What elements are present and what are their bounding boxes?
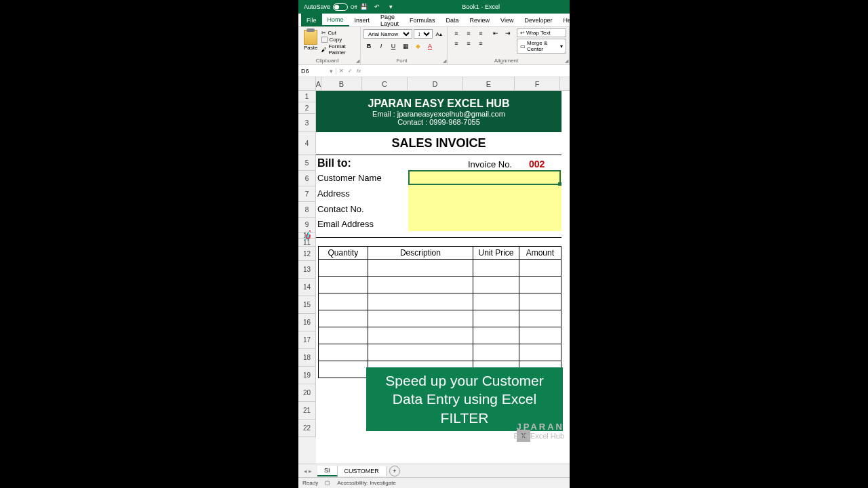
- sheet-tab-customer[interactable]: CUSTOMER: [338, 466, 387, 476]
- row-22[interactable]: 22: [298, 420, 316, 437]
- copy-button[interactable]: Copy: [321, 37, 357, 43]
- window-title: Book1 - Excel: [397, 3, 564, 10]
- row-16[interactable]: 16: [298, 314, 316, 331]
- bold-button[interactable]: B: [363, 41, 374, 52]
- increase-indent-icon[interactable]: ⇥: [502, 28, 514, 38]
- table-row[interactable]: [319, 260, 561, 277]
- align-bottom-icon[interactable]: ≡: [475, 28, 487, 38]
- font-color-button[interactable]: A: [425, 41, 435, 52]
- company-contact: Contact : 0999-968-7055: [397, 118, 480, 126]
- fill-handle[interactable]: [558, 182, 561, 186]
- row-6[interactable]: 6: [298, 171, 316, 186]
- col-c[interactable]: C: [362, 77, 408, 90]
- tab-help[interactable]: Help: [558, 14, 582, 26]
- tab-view[interactable]: View: [495, 14, 519, 26]
- font-name-select[interactable]: Arial Narrow: [363, 29, 412, 39]
- paste-button[interactable]: Paste: [301, 28, 320, 56]
- tab-pagelayout[interactable]: Page Layout: [375, 14, 404, 26]
- tab-home[interactable]: Home: [322, 14, 349, 26]
- align-left-icon[interactable]: ≡: [450, 39, 462, 48]
- alignment-launcher[interactable]: ◢: [565, 58, 568, 64]
- row-7[interactable]: 7: [298, 186, 316, 202]
- wrap-text-button[interactable]: ↩Wrap Text: [517, 28, 566, 37]
- table-row[interactable]: [319, 310, 561, 327]
- save-icon[interactable]: 💾: [359, 2, 368, 12]
- clipboard-launcher[interactable]: ◢: [356, 58, 359, 64]
- border-button[interactable]: ▦: [400, 41, 411, 52]
- fx-icon[interactable]: fx: [357, 68, 361, 74]
- col-b[interactable]: B: [321, 77, 362, 90]
- row-4[interactable]: 4: [298, 132, 316, 155]
- tab-review[interactable]: Review: [465, 14, 496, 26]
- font-size-select[interactable]: 10: [414, 29, 433, 39]
- tab-developer[interactable]: Developer: [519, 14, 557, 26]
- row-1[interactable]: 1: [298, 91, 316, 102]
- align-middle-icon[interactable]: ≡: [462, 28, 475, 38]
- macro-icon[interactable]: ▢: [325, 480, 330, 486]
- align-center-icon[interactable]: ≡: [462, 39, 475, 48]
- fill-color-button[interactable]: ◆: [412, 41, 423, 52]
- increase-font-icon[interactable]: A▴: [434, 28, 444, 39]
- alignment-label: Alignment: [448, 58, 565, 64]
- tab-file[interactable]: File: [301, 14, 322, 26]
- row-20[interactable]: 20: [298, 384, 316, 402]
- table-row[interactable]: [319, 344, 561, 361]
- scissors-icon: ✂: [321, 30, 326, 36]
- wrap-icon: ↩: [520, 30, 525, 36]
- decrease-indent-icon[interactable]: ⇤: [490, 28, 502, 38]
- invoice-table: Quantity Description Unit Price Amount: [318, 246, 561, 378]
- name-box[interactable]: D6▾: [298, 68, 336, 75]
- row-19[interactable]: 19: [298, 367, 316, 384]
- row-18[interactable]: 18: [298, 349, 316, 367]
- align-right-icon[interactable]: ≡: [475, 39, 487, 48]
- cancel-icon[interactable]: ✕: [339, 68, 344, 74]
- row-17[interactable]: 17: [298, 331, 316, 349]
- sheet-content[interactable]: JPARAN EASY EXCEL HUB Email : jparaneasy…: [316, 91, 570, 464]
- row-3[interactable]: 3: [298, 114, 316, 132]
- row-14[interactable]: 14: [298, 279, 316, 296]
- col-description: Description: [368, 247, 473, 260]
- row-5[interactable]: 5: [298, 155, 316, 171]
- col-f[interactable]: F: [515, 77, 560, 90]
- undo-icon[interactable]: ↶: [372, 2, 382, 12]
- ribbon-tabs: File Home Insert Page Layout Formulas Da…: [298, 14, 570, 27]
- add-sheet-button[interactable]: +: [389, 466, 400, 476]
- company-email: Email : jparaneasyexcelhub@gmail.com: [372, 110, 505, 118]
- selected-cell[interactable]: ✦: [408, 170, 561, 185]
- tab-data[interactable]: Data: [441, 14, 465, 26]
- row-2[interactable]: 2: [298, 102, 316, 114]
- col-e[interactable]: E: [463, 77, 515, 90]
- spreadsheet-grid: A B C D E F 1 2 3 4 5 6 7 8 9 10 11 12 1…: [298, 77, 570, 464]
- italic-button[interactable]: I: [376, 41, 387, 52]
- row-12[interactable]: 12: [298, 247, 316, 261]
- titlebar: AutoSave Off 💾 ↶ ▾ Book1 - Excel: [298, 0, 570, 14]
- tab-insert[interactable]: Insert: [349, 14, 376, 26]
- row-8[interactable]: 8: [298, 202, 316, 218]
- watermark: JPARAN EasyExcel Hub: [513, 422, 564, 440]
- row-13[interactable]: 13: [298, 261, 316, 279]
- section-divider: [316, 237, 561, 238]
- merge-center-button[interactable]: ▭Merge & Center▾: [517, 39, 566, 54]
- autosave-toggle[interactable]: AutoSave Off: [304, 3, 357, 11]
- enter-icon[interactable]: ✓: [348, 68, 353, 74]
- align-top-icon[interactable]: ≡: [450, 28, 462, 38]
- tab-formulas[interactable]: Formulas: [404, 14, 441, 26]
- underline-button[interactable]: U: [388, 41, 399, 52]
- select-all-corner[interactable]: [298, 77, 316, 90]
- table-row[interactable]: [319, 327, 561, 344]
- row-15[interactable]: 15: [298, 296, 316, 314]
- row-21[interactable]: 21: [298, 402, 316, 420]
- sheet-tab-si[interactable]: SI: [317, 466, 338, 476]
- table-row[interactable]: [319, 293, 561, 310]
- cut-button[interactable]: ✂Cut: [321, 30, 357, 36]
- address-label: Address: [317, 188, 350, 199]
- table-row[interactable]: [319, 277, 561, 293]
- col-d[interactable]: D: [408, 77, 463, 90]
- col-a[interactable]: A: [316, 77, 321, 90]
- accessibility-status[interactable]: Accessibility: Investigate: [337, 480, 396, 486]
- redo-icon[interactable]: ▾: [386, 2, 395, 12]
- sheet-nav-icon[interactable]: ◂ ▸: [298, 468, 317, 474]
- font-launcher[interactable]: ◢: [443, 58, 446, 64]
- contact-label: Contact No.: [317, 204, 364, 214]
- format-painter-button[interactable]: 🖌Format Painter: [321, 43, 357, 56]
